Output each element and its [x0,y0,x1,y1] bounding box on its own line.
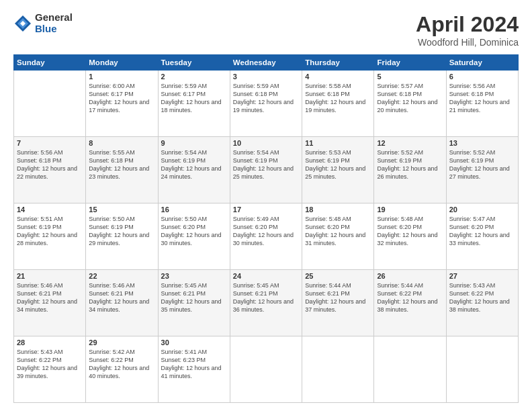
day-info: Sunrise: 5:45 AMSunset: 6:21 PMDaylight:… [161,281,227,314]
calendar-week-1: 1Sunrise: 6:00 AMSunset: 6:17 PMDaylight… [14,71,519,137]
day-number: 3 [233,73,299,81]
day-info: Sunrise: 5:48 AMSunset: 6:20 PMDaylight:… [377,215,443,248]
calendar-cell: 14Sunrise: 5:51 AMSunset: 6:19 PMDayligh… [14,203,86,270]
day-info: Sunrise: 5:44 AMSunset: 6:22 PMDaylight:… [377,281,443,314]
day-number: 21 [17,272,83,280]
calendar-cell: 3Sunrise: 5:59 AMSunset: 6:18 PMDaylight… [230,71,302,137]
day-info: Sunrise: 5:41 AMSunset: 6:23 PMDaylight:… [161,348,227,381]
calendar-week-4: 21Sunrise: 5:46 AMSunset: 6:21 PMDayligh… [14,270,519,336]
day-info: Sunrise: 5:57 AMSunset: 6:18 PMDaylight:… [377,82,443,115]
day-number: 22 [89,272,154,280]
day-info: Sunrise: 5:52 AMSunset: 6:19 PMDaylight:… [377,148,443,181]
day-number: 6 [449,73,515,81]
logo: General Blue [13,12,73,34]
day-number: 28 [17,338,83,347]
logo-general: General [35,12,73,24]
day-info: Sunrise: 5:54 AMSunset: 6:19 PMDaylight:… [161,148,227,181]
calendar-table: SundayMondayTuesdayWednesdayThursdayFrid… [13,54,519,403]
day-number: 24 [233,272,299,280]
calendar-cell: 27Sunrise: 5:43 AMSunset: 6:22 PMDayligh… [446,270,518,336]
calendar-cell: 6Sunrise: 5:56 AMSunset: 6:18 PMDaylight… [446,71,518,137]
calendar-cell: 4Sunrise: 5:58 AMSunset: 6:18 PMDaylight… [302,71,374,137]
title-block: April 2024 Woodford Hill, Dominica [416,12,519,48]
calendar-cell: 29Sunrise: 5:42 AMSunset: 6:22 PMDayligh… [86,336,158,403]
day-info: Sunrise: 5:45 AMSunset: 6:21 PMDaylight:… [233,281,299,314]
calendar-cell: 18Sunrise: 5:48 AMSunset: 6:20 PMDayligh… [302,203,374,270]
calendar-week-5: 28Sunrise: 5:43 AMSunset: 6:22 PMDayligh… [14,336,519,403]
calendar-week-3: 14Sunrise: 5:51 AMSunset: 6:19 PMDayligh… [14,203,519,270]
day-info: Sunrise: 5:55 AMSunset: 6:18 PMDaylight:… [89,148,154,181]
calendar-header-monday: Monday [86,55,158,71]
day-number: 11 [305,139,371,147]
calendar-cell: 7Sunrise: 5:56 AMSunset: 6:18 PMDaylight… [14,137,86,203]
calendar-cell: 13Sunrise: 5:52 AMSunset: 6:19 PMDayligh… [446,137,518,203]
day-info: Sunrise: 5:56 AMSunset: 6:18 PMDaylight:… [449,82,515,115]
day-info: Sunrise: 5:44 AMSunset: 6:21 PMDaylight:… [305,281,371,314]
logo-icon [13,14,32,33]
day-number: 29 [89,338,154,347]
calendar-header-saturday: Saturday [446,55,518,71]
calendar-cell: 19Sunrise: 5:48 AMSunset: 6:20 PMDayligh… [374,203,446,270]
day-number: 7 [17,139,83,147]
calendar-cell: 26Sunrise: 5:44 AMSunset: 6:22 PMDayligh… [374,270,446,336]
day-info: Sunrise: 5:46 AMSunset: 6:21 PMDaylight:… [17,281,83,314]
logo-text: General Blue [35,12,73,34]
calendar-header-thursday: Thursday [302,55,374,71]
calendar-cell: 17Sunrise: 5:49 AMSunset: 6:20 PMDayligh… [230,203,302,270]
calendar-header-row: SundayMondayTuesdayWednesdayThursdayFrid… [14,55,519,71]
day-number: 23 [161,272,227,280]
calendar-cell [14,71,86,137]
calendar-cell: 9Sunrise: 5:54 AMSunset: 6:19 PMDaylight… [158,137,230,203]
day-info: Sunrise: 5:43 AMSunset: 6:22 PMDaylight:… [17,348,83,381]
calendar-cell: 22Sunrise: 5:46 AMSunset: 6:21 PMDayligh… [86,270,158,336]
day-info: Sunrise: 5:59 AMSunset: 6:18 PMDaylight:… [233,82,299,115]
title-location: Woodford Hill, Dominica [416,37,519,48]
day-number: 30 [161,338,227,347]
calendar-cell: 24Sunrise: 5:45 AMSunset: 6:21 PMDayligh… [230,270,302,336]
day-number: 19 [377,205,443,214]
day-number: 2 [161,73,227,81]
day-info: Sunrise: 5:51 AMSunset: 6:19 PMDaylight:… [17,215,83,248]
day-info: Sunrise: 6:00 AMSunset: 6:17 PMDaylight:… [89,82,154,115]
day-number: 13 [449,139,515,147]
calendar-header-wednesday: Wednesday [230,55,302,71]
day-info: Sunrise: 5:54 AMSunset: 6:19 PMDaylight:… [233,148,299,181]
calendar-cell [446,336,518,403]
calendar-cell [374,336,446,403]
day-number: 18 [305,205,371,214]
day-number: 27 [449,272,515,280]
day-number: 4 [305,73,371,81]
day-number: 1 [89,73,154,81]
header: General Blue April 2024 Woodford Hill, D… [13,12,519,48]
calendar-header-friday: Friday [374,55,446,71]
calendar-cell: 28Sunrise: 5:43 AMSunset: 6:22 PMDayligh… [14,336,86,403]
day-number: 10 [233,139,299,147]
day-info: Sunrise: 5:47 AMSunset: 6:20 PMDaylight:… [449,215,515,248]
calendar-cell: 5Sunrise: 5:57 AMSunset: 6:18 PMDaylight… [374,71,446,137]
day-number: 26 [377,272,443,280]
day-number: 25 [305,272,371,280]
calendar-week-2: 7Sunrise: 5:56 AMSunset: 6:18 PMDaylight… [14,137,519,203]
day-number: 15 [89,205,154,214]
calendar-header-tuesday: Tuesday [158,55,230,71]
calendar-cell [302,336,374,403]
day-info: Sunrise: 5:59 AMSunset: 6:17 PMDaylight:… [161,82,227,115]
day-number: 16 [161,205,227,214]
day-info: Sunrise: 5:49 AMSunset: 6:20 PMDaylight:… [233,215,299,248]
day-info: Sunrise: 5:42 AMSunset: 6:22 PMDaylight:… [89,348,154,381]
title-month: April 2024 [416,12,519,37]
calendar-cell: 30Sunrise: 5:41 AMSunset: 6:23 PMDayligh… [158,336,230,403]
logo-blue: Blue [35,24,73,35]
calendar-cell: 16Sunrise: 5:50 AMSunset: 6:20 PMDayligh… [158,203,230,270]
calendar-cell: 12Sunrise: 5:52 AMSunset: 6:19 PMDayligh… [374,137,446,203]
day-info: Sunrise: 5:53 AMSunset: 6:19 PMDaylight:… [305,148,371,181]
day-number: 5 [377,73,443,81]
day-info: Sunrise: 5:56 AMSunset: 6:18 PMDaylight:… [17,148,83,181]
calendar-cell: 11Sunrise: 5:53 AMSunset: 6:19 PMDayligh… [302,137,374,203]
calendar-cell: 2Sunrise: 5:59 AMSunset: 6:17 PMDaylight… [158,71,230,137]
page: General Blue April 2024 Woodford Hill, D… [0,0,532,411]
calendar-cell [230,336,302,403]
day-number: 14 [17,205,83,214]
day-info: Sunrise: 5:52 AMSunset: 6:19 PMDaylight:… [449,148,515,181]
day-info: Sunrise: 5:50 AMSunset: 6:19 PMDaylight:… [89,215,154,248]
